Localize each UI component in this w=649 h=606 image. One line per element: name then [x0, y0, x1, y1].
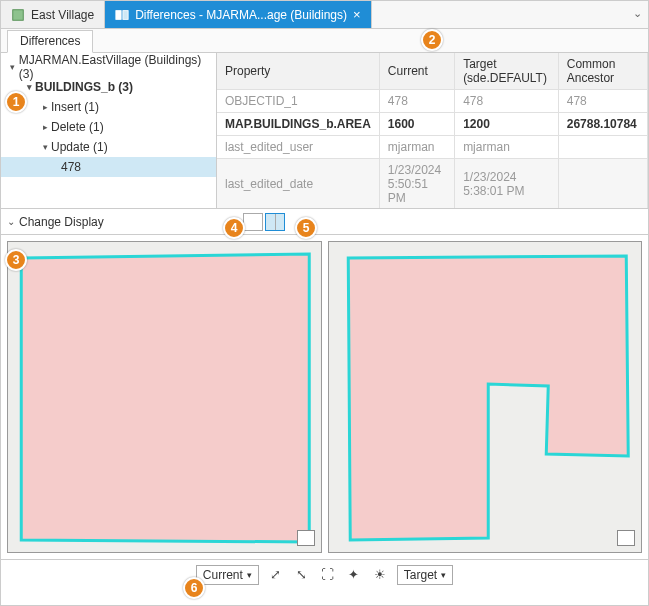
single-view-button[interactable]	[243, 213, 263, 231]
tree-label: MJARMAN.EastVillage (Buildings) (3)	[19, 53, 216, 81]
target-dropdown[interactable]: Target ▾	[397, 565, 453, 585]
zoom-out-icon[interactable]: ⤡	[293, 566, 311, 584]
grid-pane: Property Current Target (sde.DEFAULT) Co…	[217, 53, 648, 208]
window-tabbar: East Village Differences - MJARMA...age …	[1, 1, 648, 29]
popup-icon[interactable]	[297, 530, 315, 546]
callout-6: 6	[183, 577, 205, 599]
map-target[interactable]	[328, 241, 643, 553]
subtab-differences[interactable]: Differences	[7, 30, 93, 53]
callout-5: 5	[295, 217, 317, 239]
collapse-icon[interactable]: ▾	[23, 82, 35, 92]
tab-differences[interactable]: Differences - MJARMA...age (Buildings) ×	[105, 1, 371, 28]
cell-target: mjarman	[455, 136, 559, 159]
cell-current: 1/23/2024 5:50:51 PM	[379, 159, 454, 209]
col-ancestor[interactable]: Common Ancestor	[558, 53, 647, 90]
split-view-button[interactable]	[265, 213, 285, 231]
dropdown-label: Target	[404, 568, 437, 582]
cell-current: 478	[379, 90, 454, 113]
dropdown-label: Current	[203, 568, 243, 582]
chevron-down-icon: ▾	[441, 570, 446, 580]
cell-ancestor	[558, 136, 647, 159]
tree-label: 478	[61, 160, 81, 174]
cell-property: last_edited_date	[217, 159, 379, 209]
bottom-toolbar: Current ▾ ⤢ ⤡ ⛶ ✦ ☀ Target ▾	[1, 559, 648, 589]
tree-label: Insert (1)	[51, 100, 99, 114]
popup-icon[interactable]	[617, 530, 635, 546]
cell-target: 478	[455, 90, 559, 113]
tree-insert[interactable]: ▸ Insert (1)	[1, 97, 216, 117]
chevron-down-icon[interactable]: ⌄	[633, 7, 642, 20]
diff-icon	[115, 8, 129, 22]
callout-3: 3	[5, 249, 27, 271]
col-current[interactable]: Current	[379, 53, 454, 90]
chevron-down-icon: ▾	[247, 570, 252, 580]
cell-current: 1600	[379, 113, 454, 136]
table-row[interactable]: MAP.BUILDINGS_b.AREA1600120026788.10784	[217, 113, 648, 136]
cell-current: mjarman	[379, 136, 454, 159]
table-row[interactable]: last_edited_date1/23/2024 5:50:51 PM1/23…	[217, 159, 648, 209]
grid-header-row: Property Current Target (sde.DEFAULT) Co…	[217, 53, 648, 90]
tree-label: Update (1)	[51, 140, 108, 154]
tree-feature-478[interactable]: 478	[1, 157, 216, 177]
col-property[interactable]: Property	[217, 53, 379, 90]
tab-east-village[interactable]: East Village	[1, 1, 105, 28]
close-icon[interactable]: ×	[353, 7, 361, 22]
cell-ancestor: 478	[558, 90, 647, 113]
col-target[interactable]: Target (sde.DEFAULT)	[455, 53, 559, 90]
table-row[interactable]: last_edited_usermjarmanmjarman	[217, 136, 648, 159]
polygon-target	[329, 242, 642, 552]
main-split: ▾ MJARMAN.EastVillage (Buildings) (3) ▾ …	[1, 53, 648, 209]
tree-update[interactable]: ▾ Update (1)	[1, 137, 216, 157]
tree-delete[interactable]: ▸ Delete (1)	[1, 117, 216, 137]
svg-rect-2	[123, 10, 128, 19]
callout-4: 4	[223, 217, 245, 239]
map-views	[1, 235, 648, 559]
change-display-header[interactable]: ⌄ Change Display	[1, 209, 648, 235]
subtab-bar: Differences	[1, 29, 648, 53]
display-mode-toggles	[243, 213, 285, 231]
svg-rect-1	[116, 10, 121, 19]
cell-property: MAP.BUILDINGS_b.AREA	[217, 113, 379, 136]
cell-property: OBJECTID_1	[217, 90, 379, 113]
flash-icon[interactable]: ✦	[345, 566, 363, 584]
tree-label: BUILDINGS_b (3)	[35, 80, 133, 94]
subtab-label: Differences	[20, 34, 80, 48]
table-row[interactable]: OBJECTID_1478478478	[217, 90, 648, 113]
cell-target: 1200	[455, 113, 559, 136]
expand-icon[interactable]: ▸	[39, 102, 51, 112]
tree-label: Delete (1)	[51, 120, 104, 134]
map-icon	[11, 8, 25, 22]
cell-ancestor	[558, 159, 647, 209]
callout-1: 1	[5, 91, 27, 113]
cell-ancestor: 26788.10784	[558, 113, 647, 136]
polygon-current	[8, 242, 321, 552]
cell-property: last_edited_user	[217, 136, 379, 159]
chevron-down-icon: ⌄	[7, 216, 15, 227]
collapse-icon[interactable]: ▾	[7, 62, 19, 72]
current-dropdown[interactable]: Current ▾	[196, 565, 259, 585]
tree-pane: ▾ MJARMAN.EastVillage (Buildings) (3) ▾ …	[1, 53, 217, 208]
map-current[interactable]	[7, 241, 322, 553]
diff-grid: Property Current Target (sde.DEFAULT) Co…	[217, 53, 648, 208]
full-extent-icon[interactable]: ⛶	[319, 566, 337, 584]
tree-root[interactable]: ▾ MJARMAN.EastVillage (Buildings) (3)	[1, 57, 216, 77]
section-title: Change Display	[19, 215, 104, 229]
collapse-icon[interactable]: ▾	[39, 142, 51, 152]
callout-2: 2	[421, 29, 443, 51]
zoom-in-icon[interactable]: ⤢	[267, 566, 285, 584]
svg-rect-0	[13, 9, 24, 20]
tab-label: Differences - MJARMA...age (Buildings)	[135, 8, 347, 22]
highlight-icon[interactable]: ☀	[371, 566, 389, 584]
cell-target: 1/23/2024 5:38:01 PM	[455, 159, 559, 209]
tab-label: East Village	[31, 8, 94, 22]
expand-icon[interactable]: ▸	[39, 122, 51, 132]
